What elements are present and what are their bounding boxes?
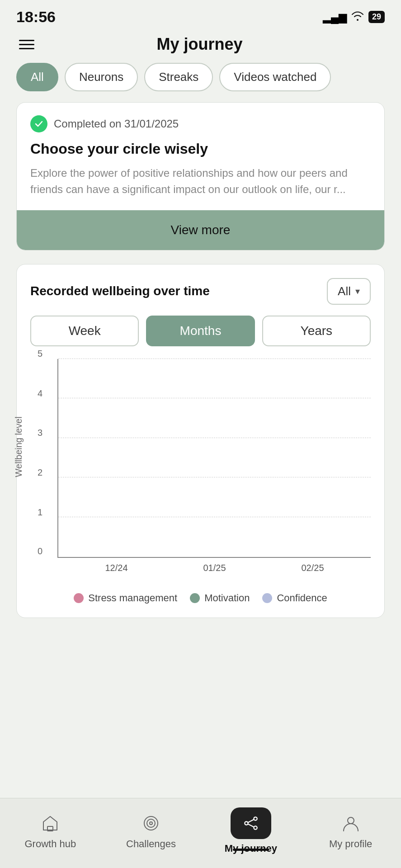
chart-container: Wellbeing level 5 4 3 2 xyxy=(30,359,371,585)
motivation-dot xyxy=(190,593,200,603)
nav-growth-hub[interactable]: Growth hub xyxy=(23,812,77,850)
legend-stress: Stress management xyxy=(74,592,177,604)
legend-motivation-label: Motivation xyxy=(204,592,250,604)
x-labels: 12/2401/2502/25 xyxy=(58,563,371,573)
y-label-4: 4 xyxy=(38,388,42,398)
completed-text: Completed on 31/01/2025 xyxy=(54,118,179,130)
y-label-1: 1 xyxy=(38,507,42,517)
y-axis-label: Wellbeing level xyxy=(14,416,24,477)
nav-journey-icon-bg xyxy=(231,807,271,839)
confidence-dot xyxy=(262,593,272,603)
completed-row: Completed on 31/01/2025 xyxy=(30,115,371,132)
wellbeing-title: Recorded wellbeing over time xyxy=(30,284,318,298)
legend-confidence-label: Confidence xyxy=(277,592,327,604)
svg-point-7 xyxy=(348,817,354,824)
legend-motivation: Motivation xyxy=(190,592,250,604)
completed-icon xyxy=(30,115,47,132)
nav-active-underline xyxy=(233,849,269,851)
period-tab-years[interactable]: Years xyxy=(262,316,371,346)
svg-point-3 xyxy=(150,822,152,825)
period-tab-week[interactable]: Week xyxy=(30,316,139,346)
filter-tab-neurons[interactable]: Neurons xyxy=(65,63,138,91)
wifi-icon xyxy=(351,11,364,24)
nav-my-journey[interactable]: My journey xyxy=(225,807,277,854)
menu-button[interactable] xyxy=(16,37,37,52)
filter-tab-videos[interactable]: Videos watched xyxy=(219,63,331,91)
filter-tabs: All Neurons Streaks Videos watched xyxy=(0,63,401,102)
y-label-3: 3 xyxy=(38,428,42,438)
svg-point-4 xyxy=(245,821,248,825)
chevron-down-icon: ▾ xyxy=(355,286,360,297)
chart-area: 5 4 3 2 1 0 xyxy=(57,359,371,558)
filter-tab-streaks[interactable]: Streaks xyxy=(144,63,213,91)
dropdown-label: All xyxy=(338,284,351,298)
legend-stress-label: Stress management xyxy=(88,592,177,604)
y-label-5: 5 xyxy=(38,349,42,359)
home-icon xyxy=(39,812,61,835)
bottom-nav: Growth hub Challenges My journey xyxy=(0,798,401,868)
chart-legend: Stress management Motivation Confidence xyxy=(30,592,371,604)
status-bar: 18:56 ▂▄▆ 29 xyxy=(0,0,401,30)
y-label-0: 0 xyxy=(38,546,42,556)
card-description: Explore the power of positive relationsh… xyxy=(30,165,371,198)
battery-badge: 29 xyxy=(368,11,385,23)
svg-point-1 xyxy=(144,816,158,830)
nav-my-profile-label: My profile xyxy=(329,838,372,850)
nav-challenges[interactable]: Challenges xyxy=(124,812,178,850)
signal-icon: ▂▄▆ xyxy=(323,11,347,24)
status-time: 18:56 xyxy=(16,8,56,26)
status-icons: ▂▄▆ 29 xyxy=(323,11,385,24)
wellbeing-card: Recorded wellbeing over time All ▾ Week … xyxy=(16,264,385,618)
svg-point-5 xyxy=(254,817,257,820)
target-icon xyxy=(140,812,162,835)
period-tabs: Week Months Years xyxy=(30,316,371,346)
legend-confidence: Confidence xyxy=(262,592,327,604)
stress-dot xyxy=(74,593,84,603)
nav-my-profile[interactable]: My profile xyxy=(324,812,378,850)
wellbeing-dropdown[interactable]: All ▾ xyxy=(327,278,371,305)
person-icon xyxy=(340,812,362,835)
x-label-01/25: 01/25 xyxy=(165,563,264,573)
x-label-02/25: 02/25 xyxy=(264,563,362,573)
article-card: Completed on 31/01/2025 Choose your circ… xyxy=(16,102,385,250)
period-tab-months[interactable]: Months xyxy=(146,316,255,346)
filter-tab-all[interactable]: All xyxy=(16,63,58,91)
page-title: My journey xyxy=(37,35,362,54)
y-label-2: 2 xyxy=(38,467,42,477)
main-content: Completed on 31/01/2025 Choose your circ… xyxy=(0,102,401,618)
svg-point-6 xyxy=(254,826,257,829)
card-title: Choose your circle wisely xyxy=(30,140,371,159)
view-more-button[interactable]: View more xyxy=(17,210,384,250)
nav-growth-hub-label: Growth hub xyxy=(24,838,76,850)
nav-challenges-label: Challenges xyxy=(126,838,176,850)
x-label-12/24: 12/24 xyxy=(67,563,165,573)
svg-point-2 xyxy=(147,819,155,827)
header: My journey xyxy=(0,30,401,63)
wellbeing-header: Recorded wellbeing over time All ▾ xyxy=(30,278,371,305)
